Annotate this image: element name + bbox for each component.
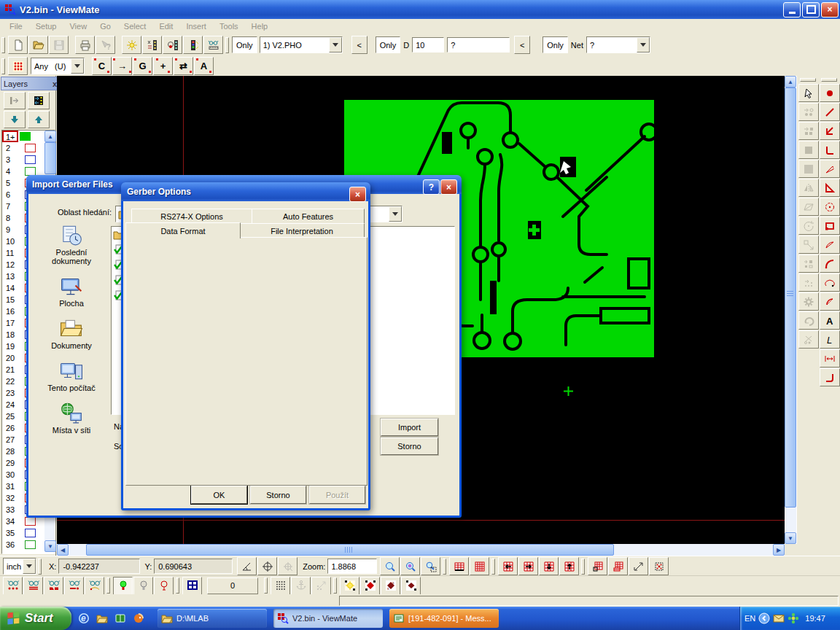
flash-open-button[interactable] [340, 577, 359, 595]
only-dcode-toggle[interactable]: Only [376, 36, 401, 53]
draw-rectangle-button[interactable] [820, 217, 840, 235]
tray-icq-icon[interactable] [788, 612, 799, 624]
select-square-button[interactable] [649, 557, 669, 575]
dcode-query-input[interactable]: ? [447, 37, 510, 52]
close-button[interactable]: × [821, 2, 839, 18]
tray-chevron-icon[interactable] [758, 612, 770, 624]
start-button[interactable]: Start [0, 607, 71, 630]
layer-select[interactable]: 1) V2.PHO [260, 36, 343, 53]
aperture-grid-button[interactable] [8, 57, 28, 75]
draw-triangle-button[interactable] [820, 179, 840, 197]
horizontal-scrollbar[interactable]: ◀ ▶ [57, 544, 785, 556]
net-select[interactable]: ? [586, 36, 650, 53]
dcode-c-button[interactable]: C [92, 57, 112, 75]
toolbar-grip[interactable] [1, 37, 5, 53]
toolbar-grip[interactable] [38, 559, 42, 575]
open-folder-button[interactable] [28, 36, 48, 54]
place-recent-docs[interactable]: Poslední dokumenty [34, 224, 109, 265]
layer-color-swatch[interactable] [25, 529, 36, 537]
dim-length-button[interactable]: L [820, 330, 840, 349]
ellipse-arc-button[interactable] [820, 273, 840, 292]
toolbar-grip[interactable] [264, 578, 268, 594]
menu-tools[interactable]: Tools [213, 20, 245, 32]
menu-setup[interactable]: Setup [29, 20, 63, 32]
unit-select[interactable]: inch [3, 558, 36, 575]
birdseye-button[interactable] [122, 36, 141, 54]
place-network[interactable]: Místa v síti [34, 402, 109, 435]
firefox-button[interactable] [132, 612, 145, 625]
taskbar-task-1[interactable]: D:\MLAB [158, 609, 267, 628]
arc-chord-button[interactable] [820, 236, 840, 254]
menu-help[interactable]: Help [245, 20, 275, 32]
grid-merge-button[interactable] [608, 557, 628, 575]
folder-quick-button[interactable] [96, 612, 109, 625]
prev-layer-button[interactable]: < [351, 36, 368, 54]
view-lines-button[interactable] [23, 577, 43, 595]
dcode-g-button[interactable]: G [133, 57, 152, 75]
scroll-down-icon[interactable]: ▼ [785, 532, 796, 544]
angle-measure-button[interactable] [237, 557, 257, 575]
dcode-input[interactable]: 10 [412, 37, 444, 52]
step-repeat-button[interactable] [798, 254, 819, 273]
view-flash-button[interactable] [44, 577, 63, 595]
prev-dcode-button[interactable]: < [514, 36, 530, 54]
dialog-help-button[interactable]: ? [423, 179, 440, 195]
dock-film-button[interactable] [4, 92, 26, 109]
draw-polyline-button[interactable] [820, 122, 840, 140]
ie-button[interactable]: e [77, 612, 90, 625]
layer-color-swatch[interactable] [20, 132, 31, 141]
new-file-button[interactable] [8, 36, 28, 54]
move-to-pad-button[interactable] [798, 103, 819, 121]
palette-grip[interactable] [821, 78, 837, 82]
toolbar-grip[interactable] [1, 58, 5, 74]
menu-file[interactable]: File [3, 20, 29, 32]
arc-fan-button[interactable] [820, 160, 840, 178]
scale-button[interactable] [798, 236, 819, 254]
apply-button[interactable]: Použít [309, 486, 365, 504]
only-layer-toggle[interactable]: Only [232, 36, 257, 53]
cancel-button[interactable]: Storno [381, 438, 438, 455]
film-select-button[interactable] [163, 36, 182, 54]
save-button[interactable] [49, 36, 69, 54]
dcode-a-button[interactable]: A [194, 57, 214, 75]
layer-up-button[interactable] [28, 111, 50, 128]
pan-right-button[interactable] [518, 557, 538, 575]
dcode-h-button[interactable]: ⇄ [174, 57, 193, 75]
zoom-in-button[interactable] [380, 557, 400, 575]
print-button[interactable] [75, 36, 95, 54]
cancel-button[interactable]: Storno [250, 486, 306, 504]
place-my-computer[interactable]: Tento počítač [34, 359, 109, 392]
toolbar-grip[interactable] [491, 559, 495, 575]
layer-color-swatch[interactable] [25, 517, 36, 526]
pan-up-button[interactable] [559, 557, 579, 575]
toolbar-grip[interactable] [106, 578, 110, 594]
palette-grip[interactable] [800, 78, 816, 82]
film-colors-button[interactable] [183, 36, 203, 54]
dialog-close-button[interactable]: × [349, 187, 366, 202]
resize-diag-button[interactable] [629, 557, 648, 575]
book-button[interactable] [114, 612, 127, 625]
snap-arrows-button[interactable] [311, 577, 331, 595]
route-corner-button[interactable] [820, 141, 840, 159]
toolbar-grip[interactable] [333, 578, 337, 594]
zoom-grid-button[interactable] [400, 557, 420, 575]
lamp-outline-button[interactable] [154, 577, 174, 595]
view-draw-button[interactable] [64, 577, 84, 595]
film-measure-button[interactable] [142, 36, 162, 54]
flash-dark-button[interactable] [401, 577, 421, 595]
scrollbar-thumb[interactable] [785, 88, 796, 508]
menu-go[interactable]: Go [93, 20, 117, 32]
dialog-close-button[interactable]: × [440, 179, 457, 195]
layer-select-arrow[interactable] [329, 37, 342, 52]
menu-edit[interactable]: Edit [152, 20, 179, 32]
glasses-ruler-button[interactable] [203, 36, 223, 54]
layer-color-swatch[interactable] [25, 540, 36, 549]
full-grid-button[interactable] [470, 557, 489, 575]
flash-s-button[interactable]: ss [381, 577, 400, 595]
dcode-draw-button[interactable]: → [112, 57, 132, 75]
settings-gear-button[interactable] [798, 292, 819, 311]
view-sketch-button[interactable] [85, 577, 104, 595]
draw-line-button[interactable] [820, 103, 840, 121]
language-indicator[interactable]: EN [744, 614, 755, 623]
draw-curve-button[interactable] [820, 254, 840, 273]
